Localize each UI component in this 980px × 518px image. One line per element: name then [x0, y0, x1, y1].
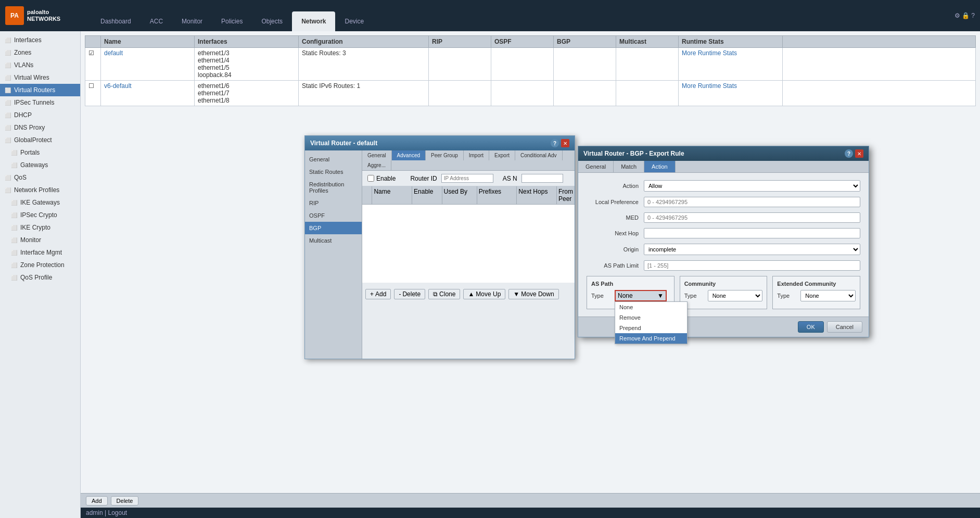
bgp-tab-export[interactable]: Export: [489, 150, 515, 160]
dropdown-option-prepend[interactable]: Prepend: [615, 323, 687, 333]
as-path-type-dropdown[interactable]: None ▼: [615, 290, 667, 301]
tab-monitor[interactable]: Monitor: [172, 11, 212, 31]
move-down-icon: ▼: [513, 290, 519, 298]
add-button[interactable]: Add: [86, 496, 108, 506]
row-name-2[interactable]: v6-default: [101, 81, 195, 106]
sidebar-item-zones[interactable]: ⬜ Zones: [0, 46, 80, 59]
sidebar-item-gateways[interactable]: ⬜ Gateways: [0, 159, 80, 171]
as-n-label: AS N: [503, 175, 517, 182]
vr-nav-general[interactable]: General: [305, 153, 362, 166]
sidebar-item-ike-gateways[interactable]: ⬜ IKE Gateways: [0, 196, 80, 209]
qos-icon: ⬜: [4, 174, 11, 181]
cancel-button[interactable]: Cancel: [827, 321, 862, 333]
vr-nav-redistribution[interactable]: Redistribution Profiles: [305, 178, 362, 197]
qos-profile-icon: ⬜: [10, 274, 18, 281]
community-type-select[interactable]: None: [708, 290, 763, 301]
sidebar-item-vlans[interactable]: ⬜ VLANs: [0, 59, 80, 71]
sidebar-item-interface-mgmt[interactable]: ⬜ Interface Mgmt: [0, 246, 80, 259]
bgp-tab-conditional-adv[interactable]: Conditional Adv: [515, 150, 563, 160]
ok-button[interactable]: OK: [798, 321, 824, 333]
sidebar-item-ipsec-crypto[interactable]: ⬜ IPSec Crypto: [0, 209, 80, 221]
sidebar-item-virtual-routers[interactable]: ⬜ Virtual Routers: [0, 84, 80, 96]
vr-close-button[interactable]: ✕: [561, 139, 569, 147]
tab-acc[interactable]: ACC: [141, 11, 172, 31]
dropdown-option-none[interactable]: None: [615, 302, 687, 312]
tab-network[interactable]: Network: [292, 11, 335, 31]
tab-device[interactable]: Device: [335, 11, 373, 31]
top-bar: PA paloaltoNETWORKS Dashboard ACC Monito…: [0, 0, 980, 31]
as-path-type-row: Type None ▼ None Remove Pre: [591, 290, 670, 301]
vr-nav-static-routes[interactable]: Static Routes: [305, 166, 362, 178]
sidebar-item-monitor[interactable]: ⬜ Monitor: [0, 234, 80, 246]
bgp-move-down-button[interactable]: ▼ Move Down: [508, 289, 558, 299]
sidebar-item-ipsec-tunnels[interactable]: ⬜ IPSec Tunnels: [0, 96, 80, 109]
bgp-clone-button[interactable]: ⧉ Clone: [428, 289, 460, 299]
sidebar-item-virtual-wires[interactable]: ⬜ Virtual Wires: [0, 71, 80, 84]
sidebar-item-qos-profile[interactable]: ⬜ QoS Profile: [0, 271, 80, 284]
sidebar-item-dhcp[interactable]: ⬜ DHCP: [0, 109, 80, 121]
th-next-hops: Next Hops: [517, 186, 557, 204]
row-name-1[interactable]: default: [101, 48, 195, 80]
sidebar-item-portals[interactable]: ⬜ Portals: [0, 146, 80, 159]
router-id-input[interactable]: [441, 174, 493, 183]
sidebar-item-interfaces[interactable]: ⬜ Interfaces: [0, 34, 80, 46]
sidebar-item-network-profiles[interactable]: ⬜ Network Profiles: [0, 184, 80, 196]
bgp-add-button[interactable]: + Add: [365, 289, 391, 299]
as-path-limit-row: AS Path Limit: [587, 260, 860, 271]
tab-policies[interactable]: Policies: [212, 11, 252, 31]
action-label: Action: [587, 183, 644, 189]
sidebar-item-qos[interactable]: ⬜ QoS: [0, 171, 80, 184]
sidebar-item-ike-crypto[interactable]: ⬜ IKE Crypto: [0, 221, 80, 234]
col-ospf: OSPF: [491, 36, 554, 47]
row-ospf-2: [491, 81, 554, 106]
top-right-bar: ⚙ 🔒 ?: [954, 12, 975, 19]
row-check-1[interactable]: ☑: [85, 48, 101, 80]
th-from-peer: From Peer: [557, 186, 575, 204]
med-input[interactable]: [644, 212, 860, 223]
bgp-export-tab-match[interactable]: Match: [614, 161, 644, 172]
origin-select[interactable]: incomplete: [644, 244, 860, 255]
sidebar-item-zone-protection[interactable]: ⬜ Zone Protection: [0, 259, 80, 271]
local-pref-input[interactable]: [644, 197, 860, 207]
next-hop-input[interactable]: [644, 228, 860, 238]
tab-objects[interactable]: Objects: [252, 11, 292, 31]
tab-dashboard[interactable]: Dashboard: [91, 11, 141, 31]
vr-nav-multicast[interactable]: Multicast: [305, 234, 362, 247]
bgp-tab-advanced[interactable]: Advanced: [392, 150, 426, 160]
th-name: Name: [372, 186, 412, 204]
bgp-export-tab-action[interactable]: Action: [644, 161, 676, 172]
bgp-tab-import[interactable]: Import: [464, 150, 489, 160]
as-n-input[interactable]: [521, 174, 563, 183]
action-select[interactable]: Allow: [644, 180, 860, 192]
bgp-tab-peer-group[interactable]: Peer Group: [426, 150, 464, 160]
row-runtime-1[interactable]: More Runtime Stats: [679, 48, 783, 80]
globalprotect-icon: ⬜: [4, 136, 11, 144]
bgp-export-title-bar: Virtual Router - BGP - Export Rule ? ✕: [578, 146, 869, 161]
delete-button[interactable]: Delete: [111, 496, 139, 506]
sidebar-item-globalprotect[interactable]: ⬜ GlobalProtect: [0, 134, 80, 146]
vr-nav-ospf[interactable]: OSPF: [305, 209, 362, 222]
row-runtime-2[interactable]: More Runtime Stats: [679, 81, 783, 106]
bgp-delete-button[interactable]: - Delete: [394, 289, 425, 299]
vr-nav-bgp[interactable]: BGP: [305, 222, 362, 234]
interface-mgmt-icon: ⬜: [10, 249, 18, 256]
ext-community-type-select[interactable]: None: [800, 290, 856, 301]
as-path-limit-input[interactable]: [644, 260, 860, 271]
bgp-export-tab-general[interactable]: General: [578, 161, 614, 172]
router-id-label: Router ID: [410, 175, 437, 182]
enable-checkbox[interactable]: [367, 175, 374, 182]
dropdown-option-remove[interactable]: Remove: [615, 312, 687, 323]
vr-bgp-tabs: General Advanced Peer Group Import Expor…: [362, 150, 575, 171]
vr-nav-rip[interactable]: RIP: [305, 197, 362, 209]
enable-checkbox-label: Enable: [367, 175, 396, 182]
dropdown-option-remove-and-prepend[interactable]: Remove And Prepend: [615, 333, 687, 344]
bgp-close-button[interactable]: ✕: [855, 149, 863, 158]
row-check-2[interactable]: ☐: [85, 81, 101, 106]
bgp-tab-aggre[interactable]: Aggre...: [362, 160, 391, 170]
sidebar-item-dns-proxy[interactable]: ⬜ DNS Proxy: [0, 121, 80, 134]
bgp-help-button[interactable]: ?: [845, 149, 853, 158]
bgp-tab-general[interactable]: General: [362, 150, 392, 160]
vr-help-button[interactable]: ?: [551, 139, 559, 147]
main-table-area: Name Interfaces Configuration RIP OSPF B…: [81, 31, 980, 110]
bgp-move-up-button[interactable]: ▲ Move Up: [463, 289, 505, 299]
